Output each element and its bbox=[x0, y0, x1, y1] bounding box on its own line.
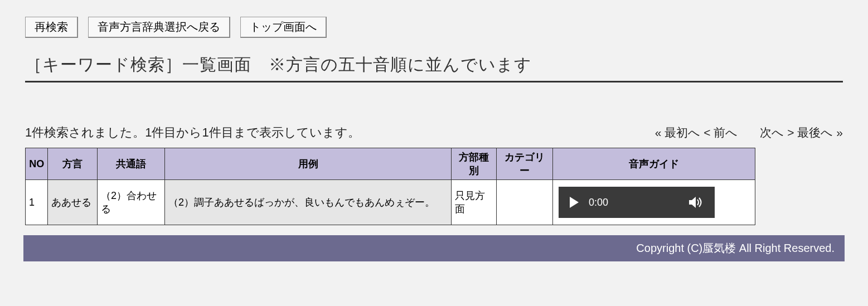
results-table: NO 方言 共通語 用例 方部種別 カテゴリー 音声ガイド 1 ああせる （2）… bbox=[25, 148, 755, 225]
cell-no: 1 bbox=[26, 180, 48, 225]
results-bar: 1件検索されました。1件目から1件目まで表示しています。 « 最初へ < 前へ … bbox=[25, 124, 843, 141]
pager-prev[interactable]: < 前へ bbox=[704, 125, 738, 140]
audio-time: 0:00 bbox=[589, 197, 608, 208]
pager-last[interactable]: 最後へ » bbox=[797, 125, 843, 140]
cell-example: （2）調子ああせるばっかが、良いもんでもあんめぇぞー。 bbox=[165, 180, 452, 225]
back-to-dict-button[interactable]: 音声方言辞典選択へ戻る bbox=[88, 17, 230, 38]
volume-icon[interactable] bbox=[689, 196, 704, 208]
footer: Copyright (C)蜃気楼 All Right Reserved. bbox=[23, 235, 845, 261]
cell-category bbox=[497, 180, 553, 225]
audio-left: 0:00 bbox=[570, 197, 608, 208]
button-row: 再検索 音声方言辞典選択へ戻る トップ画面へ bbox=[25, 17, 843, 38]
table-header-row: NO 方言 共通語 用例 方部種別 カテゴリー 音声ガイド bbox=[26, 148, 755, 180]
to-top-button[interactable]: トップ画面へ bbox=[240, 17, 327, 38]
header-category: カテゴリー bbox=[497, 148, 553, 180]
header-type: 方部種別 bbox=[452, 148, 497, 180]
svg-marker-0 bbox=[689, 197, 696, 208]
header-example: 用例 bbox=[165, 148, 452, 180]
header-no: NO bbox=[26, 148, 48, 180]
play-icon[interactable] bbox=[570, 197, 579, 208]
cell-type: 只見方面 bbox=[452, 180, 497, 225]
pager: « 最初へ < 前へ 次へ > 最後へ » bbox=[655, 125, 843, 140]
page-title: ［キーワード検索］一覧画面 ※方言の五十音順に並んでいます bbox=[25, 54, 843, 82]
header-dialect: 方言 bbox=[48, 148, 98, 180]
header-common: 共通語 bbox=[98, 148, 165, 180]
research-button[interactable]: 再検索 bbox=[25, 17, 78, 38]
results-count-text: 1件検索されました。1件目から1件目まで表示しています。 bbox=[25, 124, 360, 141]
header-audio: 音声ガイド bbox=[552, 148, 755, 180]
cell-audio: 0:00 bbox=[552, 180, 755, 225]
pager-next[interactable]: 次へ > bbox=[760, 125, 794, 140]
cell-common: （2）合わせる bbox=[98, 180, 165, 225]
cell-dialect: ああせる bbox=[48, 180, 98, 225]
table-row: 1 ああせる （2）合わせる （2）調子ああせるばっかが、良いもんでもあんめぇぞ… bbox=[26, 180, 755, 225]
pager-first[interactable]: « 最初へ bbox=[655, 125, 701, 140]
audio-player: 0:00 bbox=[559, 187, 715, 218]
